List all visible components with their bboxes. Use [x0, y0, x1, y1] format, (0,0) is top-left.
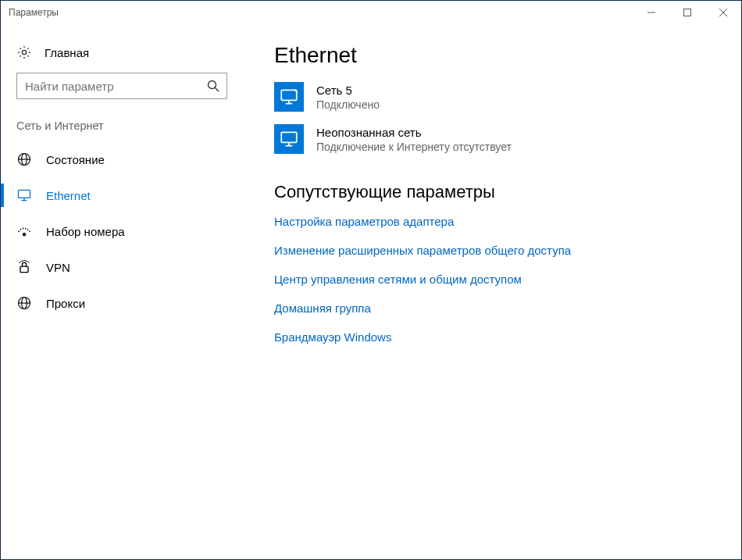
- search-input[interactable]: [16, 73, 227, 99]
- network-monitor-icon: [274, 124, 304, 154]
- search-container: [1, 68, 243, 105]
- network-item[interactable]: Сеть 5 Подключено: [274, 82, 718, 112]
- link-adapter-settings[interactable]: Настройка параметров адаптера: [274, 215, 454, 228]
- main-panel: Ethernet Сеть 5 Подключено: [243, 24, 741, 559]
- category-label: Сеть и Интернет: [1, 105, 243, 141]
- vpn-icon: [16, 259, 32, 275]
- sidebar-item-vpn[interactable]: VPN: [1, 249, 243, 285]
- settings-window: Параметры Главная: [0, 0, 742, 560]
- link-homegroup[interactable]: Домашняя группа: [274, 301, 371, 315]
- sidebar-item-ethernet[interactable]: Ethernet: [1, 177, 243, 213]
- network-monitor-icon: [274, 82, 304, 112]
- network-name: Сеть 5: [316, 84, 380, 97]
- svg-rect-10: [19, 190, 30, 198]
- svg-point-4: [22, 50, 26, 54]
- content-area: Главная Сеть и Интернет: [1, 24, 741, 559]
- close-button[interactable]: [705, 1, 741, 24]
- sidebar-item-label: VPN: [46, 261, 70, 274]
- home-label: Главная: [45, 46, 89, 59]
- gear-icon: [16, 45, 32, 60]
- sidebar-item-label: Ethernet: [46, 189, 91, 202]
- globe-icon: [16, 152, 32, 167]
- link-network-center[interactable]: Центр управления сетями и общим доступом: [274, 273, 522, 286]
- sidebar-item-label: Набор номера: [46, 225, 125, 238]
- proxy-icon: [16, 295, 32, 311]
- svg-rect-1: [684, 9, 691, 16]
- sidebar-item-proxy[interactable]: Прокси: [1, 285, 243, 321]
- minimize-button[interactable]: [633, 1, 669, 24]
- titlebar: Параметры: [1, 1, 741, 24]
- network-status: Подключение к Интернету отсутствует: [316, 141, 512, 153]
- window-controls: [633, 1, 741, 24]
- minimize-icon: [647, 9, 655, 16]
- related-section-title: Сопутствующие параметры: [274, 182, 718, 202]
- home-button[interactable]: Главная: [1, 37, 243, 68]
- svg-point-13: [23, 234, 26, 236]
- window-title: Параметры: [9, 7, 59, 18]
- link-windows-firewall[interactable]: Брандмауэр Windows: [274, 330, 391, 344]
- network-item[interactable]: Неопознанная сеть Подключение к Интернет…: [274, 124, 718, 154]
- page-title: Ethernet: [274, 43, 718, 68]
- sidebar-item-label: Состояние: [46, 153, 105, 166]
- network-status: Подключено: [316, 98, 380, 111]
- link-advanced-sharing[interactable]: Изменение расширенных параметров общего …: [274, 244, 571, 257]
- sidebar-item-dialup[interactable]: Набор номера: [1, 213, 243, 249]
- nav-list: Состояние Ethernet: [1, 141, 243, 321]
- sidebar: Главная Сеть и Интернет: [1, 24, 243, 559]
- ethernet-icon: [16, 187, 32, 203]
- network-text: Сеть 5 Подключено: [316, 84, 380, 111]
- sidebar-item-status[interactable]: Состояние: [1, 141, 243, 177]
- close-icon: [719, 9, 727, 16]
- network-text: Неопознанная сеть Подключение к Интернет…: [316, 126, 512, 153]
- maximize-icon: [683, 9, 691, 16]
- svg-rect-14: [20, 266, 28, 273]
- maximize-button[interactable]: [669, 1, 705, 24]
- dialup-icon: [16, 223, 32, 239]
- sidebar-item-label: Прокси: [46, 297, 85, 310]
- svg-rect-23: [281, 132, 297, 142]
- network-name: Неопознанная сеть: [316, 126, 512, 139]
- svg-rect-18: [281, 90, 297, 100]
